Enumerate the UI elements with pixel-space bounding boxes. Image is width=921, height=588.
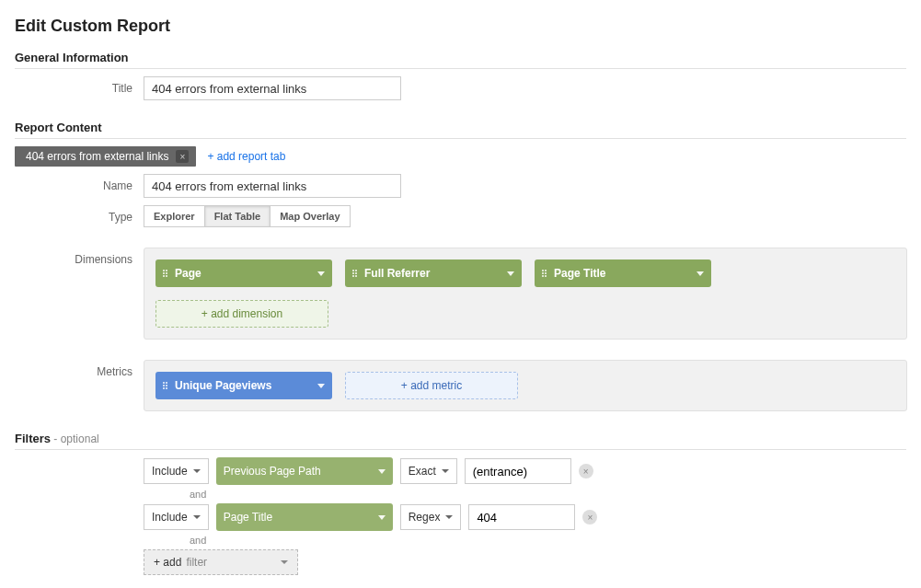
optional-label: - optional [51,432,99,445]
filter-mode-select[interactable]: Include [144,504,209,530]
add-report-tab[interactable]: + add report tab [207,150,285,163]
chevron-down-icon [281,560,288,564]
filter-value-input[interactable] [465,458,571,484]
add-metric-button[interactable]: + add metric [345,372,518,399]
chevron-down-icon [317,271,325,276]
add-dimension-button[interactable]: + add dimension [155,300,328,328]
chevron-down-icon [442,469,449,473]
section-general-information: General Information [15,51,906,69]
dimension-page[interactable]: Page [155,259,332,287]
label-name: Name [15,174,144,192]
filter-row: Include Previous Page Path Exact × [144,457,906,485]
drag-handle-icon [352,270,357,277]
dimension-label: Page [175,267,312,280]
dimension-full-referrer[interactable]: Full Referrer [345,259,522,287]
type-map-overlay[interactable]: Map Overlay [270,205,350,227]
filter-and-label: and [190,489,906,500]
dimension-page-title[interactable]: Page Title [535,259,711,287]
filter-mode-select[interactable]: Include [144,458,209,484]
dimension-label: Full Referrer [364,267,501,280]
metrics-container: Unique Pageviews + add metric [144,360,907,411]
remove-filter-icon[interactable]: × [582,510,597,525]
label-title: Title [15,76,144,95]
chevron-down-icon [193,515,201,519]
label-type: Type [15,205,144,224]
chevron-down-icon [445,515,453,519]
report-tab-label: 404 errors from external links [26,150,168,163]
name-input[interactable] [144,174,401,198]
section-report-content: Report Content [15,121,906,139]
filter-match-select[interactable]: Exact [400,458,457,484]
drag-handle-icon [163,382,167,389]
chevron-down-icon [378,469,386,474]
filter-and-label: and [190,535,906,546]
label-metrics: Metrics [15,360,144,378]
label-dimensions: Dimensions [15,248,144,266]
add-filter-button[interactable]: + add filter [144,549,298,575]
filter-match-select[interactable]: Regex [400,504,462,530]
chevron-down-icon [317,384,325,388]
chevron-down-icon [697,271,704,276]
drag-handle-icon [163,270,167,277]
section-filters: Filters - optional [15,432,906,450]
report-tab-active[interactable]: 404 errors from external links × [15,146,196,167]
title-input[interactable] [144,76,401,100]
drag-handle-icon [542,270,547,277]
dimension-label: Page Title [554,267,691,280]
metric-unique-pageviews[interactable]: Unique Pageviews [155,372,332,399]
type-explorer[interactable]: Explorer [144,205,205,227]
filter-field-previous-page-path[interactable]: Previous Page Path [216,457,393,485]
close-icon[interactable]: × [176,150,189,163]
chevron-down-icon [507,271,514,276]
filter-row: Include Page Title Regex × [144,503,906,531]
remove-filter-icon[interactable]: × [579,464,593,478]
filter-value-input[interactable] [468,504,575,530]
metric-label: Unique Pageviews [175,379,312,392]
type-flat-table[interactable]: Flat Table [204,205,271,227]
dimensions-container: Page Full Referrer Page Title + add dime… [144,248,907,340]
chevron-down-icon [193,469,201,473]
chevron-down-icon [378,515,386,520]
filter-field-page-title[interactable]: Page Title [216,503,393,531]
page-title: Edit Custom Report [15,17,906,36]
